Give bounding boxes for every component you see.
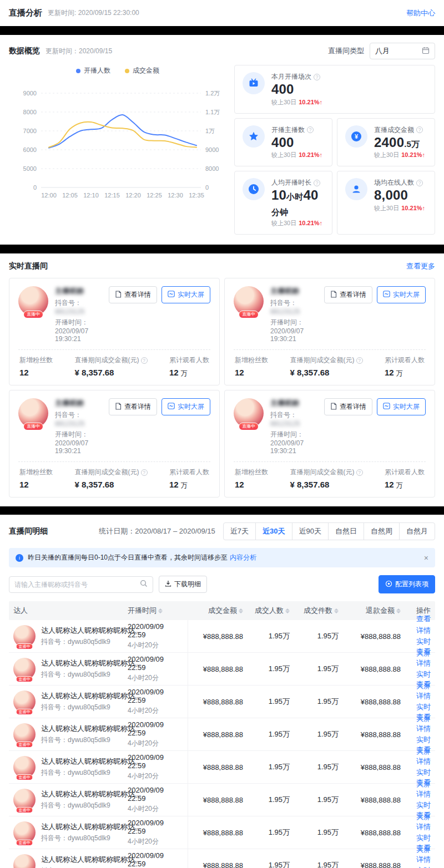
stat-value: 400 — [271, 135, 294, 150]
view-detail-button[interactable]: 查看详情 — [324, 398, 372, 415]
rooms-table: 达人 开播时间 成交金额 成交人数 成交件数 退款金额 操作 直播中 达人昵称达… — [9, 601, 435, 868]
up-arrow-icon: ↑ — [320, 220, 323, 226]
tab-natural-month[interactable]: 自然月 — [399, 522, 435, 540]
view-more-link[interactable]: 查看更多 — [406, 261, 435, 271]
row-start-time: 2020/09/09 22:59 — [128, 819, 183, 835]
view-detail-button[interactable]: 查看详情 — [109, 398, 157, 415]
row-start-time: 2020/09/09 22:59 — [128, 688, 183, 704]
stats-date-range: 统计日期：2020/08/17 – 2020/09/15 — [99, 526, 215, 536]
live-screen-button[interactable]: 实时大屏 — [162, 398, 210, 415]
view-detail-button[interactable]: 查看详情 — [324, 286, 372, 303]
row-buyers: 1.95万 — [248, 664, 294, 674]
help-icon[interactable]: ? — [416, 180, 423, 186]
download-details-button[interactable]: 下载明细 — [159, 576, 207, 593]
close-icon[interactable]: × — [424, 554, 428, 562]
talent-douyin-id: 抖音号：dywu80q5dlk9 — [41, 637, 119, 647]
live-badge: 直播中 — [239, 311, 259, 318]
row-gmv: ¥888,888.88 — [188, 620, 248, 652]
column-items[interactable]: 成交件数 — [304, 606, 339, 616]
column-start-time[interactable]: 开播时间 — [128, 606, 163, 616]
tab-last-30-days[interactable]: 近30天 — [255, 522, 292, 540]
settings-icon — [385, 580, 392, 589]
table-row: 直播中 达人昵称达人昵称昵称昵称达... 抖音号：dywu80q5dlk9 20… — [9, 751, 435, 784]
configure-columns-button[interactable]: 配置列表项 — [379, 575, 435, 593]
realtime-room-card: 直播中 主播昵称 抖音号：88123125 开播时间：2020/09/07 19… — [224, 278, 435, 385]
row-view-detail-link[interactable]: 查看详情 — [410, 613, 431, 637]
column-gmv[interactable]: 成交金额 — [208, 606, 243, 616]
overview-chart: 开播人数 成交金额 90001.2万80001.1万70001万60009000… — [9, 65, 226, 235]
row-refund: ¥888,888.88 — [343, 796, 405, 804]
talent-name: 达人昵称达人昵称昵称昵称达... — [41, 789, 119, 799]
column-refund[interactable]: 退款金额 — [366, 606, 401, 616]
live-screen-button[interactable]: 实时大屏 — [162, 286, 210, 303]
row-refund: ¥888,888.88 — [343, 763, 405, 771]
svg-text:6000: 6000 — [23, 146, 37, 153]
row-refund: ¥888,888.88 — [343, 698, 405, 706]
help-icon[interactable]: ? — [416, 126, 423, 133]
chart-legend: 开播人数 成交金额 — [9, 66, 226, 75]
help-icon[interactable]: ? — [314, 180, 320, 186]
row-view-detail-link[interactable]: 查看详情 — [410, 842, 431, 866]
overview-section: 数据概览 更新时间：2020/09/15 直播间类型 八月 开播人数 成交金额 … — [0, 35, 444, 245]
help-center-link[interactable]: 帮助中心 — [406, 8, 435, 18]
stat-value: 8,000 — [374, 187, 408, 202]
help-icon[interactable]: ? — [356, 357, 363, 364]
section-divider — [0, 506, 444, 515]
total-viewers-stat: 累计观看人数 12 万 — [385, 356, 425, 378]
row-view-detail-link[interactable]: 查看详情 — [410, 646, 431, 669]
search-input[interactable] — [14, 581, 140, 588]
row-start-time: 2020/09/09 22:59 — [128, 851, 183, 868]
live-badge: 直播中 — [239, 423, 259, 430]
tab-last-90-days[interactable]: 近90天 — [292, 522, 329, 540]
total-viewers-stat: 累计观看人数 12 万 — [169, 356, 209, 378]
month-select[interactable]: 八月 — [370, 43, 435, 59]
content-analysis-link[interactable]: 内容分析 — [230, 553, 256, 562]
help-icon[interactable]: ? — [307, 126, 314, 133]
svg-text:12:00: 12:00 — [41, 192, 57, 199]
view-detail-button[interactable]: 查看详情 — [109, 286, 157, 303]
row-duration: 4小时20分 — [128, 739, 183, 748]
live-badge: 直播中 — [16, 643, 33, 649]
tab-natural-day[interactable]: 自然日 — [328, 522, 364, 540]
stat-value: 2400 — [374, 135, 404, 150]
tv-icon — [243, 72, 265, 94]
live-badge: 直播中 — [16, 709, 33, 715]
row-items: 1.95万 — [294, 697, 343, 707]
overview-title: 数据概览 — [9, 46, 40, 56]
realtime-room-card: 直播中 主播昵称 抖音号：88123125 开播时间：2020/09/07 19… — [224, 390, 435, 498]
star-icon — [243, 125, 265, 148]
help-icon[interactable]: ? — [356, 469, 363, 476]
douyin-id: 88123125 — [270, 420, 300, 428]
table-row: 直播中 达人昵称达人昵称昵称昵称达... 抖音号：dywu80q5dlk9 20… — [9, 816, 435, 849]
row-view-detail-link[interactable]: 查看详情 — [410, 810, 431, 833]
live-screen-button[interactable]: 实时大屏 — [377, 398, 426, 415]
talent-avatar: 直播中 — [13, 821, 36, 844]
row-view-detail-link[interactable]: 查看详情 — [410, 744, 431, 768]
live-gmv-stat: 直播期间成交金额(元)? ¥ 8,357.68 — [75, 356, 148, 378]
live-gmv-stat: 直播期间成交金额(元)? ¥ 8,357.68 — [290, 468, 363, 490]
tab-natural-week[interactable]: 自然周 — [364, 522, 400, 540]
tab-last-7-days[interactable]: 近7天 — [223, 522, 256, 540]
column-buyers[interactable]: 成交人数 — [255, 606, 290, 616]
row-start-time: 2020/09/09 22:59 — [128, 720, 183, 737]
row-view-detail-link[interactable]: 查看详情 — [410, 679, 431, 702]
legend-label-anchors: 开播人数 — [84, 66, 110, 75]
row-live-screen-link[interactable]: 实时大屏 — [410, 865, 431, 868]
help-icon[interactable]: ? — [314, 74, 320, 80]
row-duration: 4小时20分 — [128, 771, 183, 781]
sort-icon — [158, 608, 163, 613]
new-fans-stat: 新增粉丝数 12 — [19, 468, 53, 490]
live-screen-button[interactable]: 实时大屏 — [377, 286, 426, 303]
svg-text:¥: ¥ — [355, 133, 359, 140]
info-icon: i — [16, 554, 23, 562]
row-view-detail-link[interactable]: 查看详情 — [410, 712, 431, 735]
help-icon[interactable]: ? — [141, 357, 148, 364]
stat-card-avg-duration: 人均开播时长? 10小时40分钟 较上30日10.21%↑ — [234, 171, 332, 235]
search-icon[interactable] — [140, 580, 148, 590]
help-icon[interactable]: ? — [141, 469, 148, 476]
row-view-detail-link[interactable]: 查看详情 — [410, 777, 431, 800]
talent-avatar: 直播中 — [13, 854, 36, 868]
row-gmv: ¥888,888.88 — [188, 816, 248, 849]
up-arrow-icon: ↑ — [422, 151, 426, 158]
talent-name: 达人昵称达人昵称昵称昵称达... — [41, 855, 119, 865]
